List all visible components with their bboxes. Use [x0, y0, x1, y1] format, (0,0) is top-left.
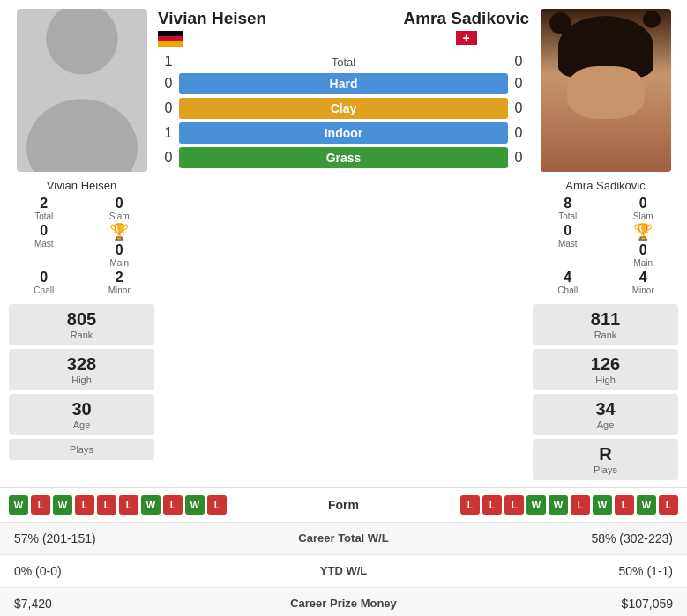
- right-rank-value: 811: [591, 309, 620, 330]
- hard-score-right: 0: [508, 76, 529, 92]
- center-spacer: [158, 304, 529, 480]
- left-high-box: 328 High: [9, 349, 154, 390]
- indoor-score-left: 1: [158, 125, 179, 141]
- right-age-box: 34 Age: [533, 394, 678, 435]
- left-main-cell: 🏆 0 Main: [86, 223, 153, 268]
- left-panels: 805 Rank 328 High 30 Age Plays: [9, 304, 154, 480]
- svg-point-1: [26, 99, 138, 172]
- form-badge-right: W: [593, 495, 612, 515]
- clay-score-right: 0: [508, 100, 529, 116]
- left-minor-cell: 2 Minor: [86, 270, 153, 295]
- form-badge-left: W: [141, 495, 161, 515]
- right-chall-label: Chall: [557, 286, 578, 295]
- right-name-header: Amra Sadikovic: [403, 9, 529, 45]
- form-badge-left: L: [97, 495, 116, 515]
- left-form-badges: WLWLLLWLWL: [9, 495, 227, 515]
- form-badge-left: W: [185, 495, 205, 515]
- stat-row: 57% (201-151) Career Total W/L 58% (302-…: [0, 522, 687, 554]
- comparison-section: Vivian Heisen 2 Total 0 Slam 0 Mast 🏆 0: [0, 0, 687, 304]
- form-section: WLWLLLWLWL Form LLLWWLWLWL: [0, 487, 687, 522]
- right-main-cell: 🏆 0 Main: [610, 223, 677, 268]
- left-slam-value: 0: [116, 196, 123, 212]
- left-player-stats: 2 Total 0 Slam 0 Mast 🏆 0 Main 0: [9, 196, 154, 295]
- form-badge-right: L: [482, 495, 502, 515]
- form-badge-right: L: [504, 495, 524, 515]
- right-minor-value: 4: [639, 270, 647, 286]
- clay-badge: Clay: [179, 98, 508, 119]
- total-label: Total: [179, 56, 508, 69]
- right-mast-cell: 0 Mast: [534, 223, 601, 268]
- left-plays-box: Plays: [9, 439, 154, 460]
- right-form-badges: LLLWWLWLWL: [460, 495, 678, 515]
- right-age-label: Age: [597, 419, 615, 430]
- center-column: Vivian Heisen Amra Sadikovic: [158, 9, 529, 295]
- total-score-right: 0: [508, 54, 529, 70]
- left-age-box: 30 Age: [9, 394, 154, 435]
- right-chall-value: 4: [564, 270, 571, 286]
- stat-center-label: Career Total W/L: [234, 531, 453, 545]
- left-minor-value: 2: [116, 270, 123, 286]
- stat-center-label: YTD W/L: [234, 564, 453, 577]
- left-high-label: High: [71, 375, 92, 385]
- right-player-stats: 8 Total 0 Slam 0 Mast 🏆 0 Main 4: [533, 196, 678, 295]
- left-age-label: Age: [73, 419, 91, 430]
- form-badge-right: W: [637, 495, 656, 515]
- left-rank-value: 805: [67, 309, 96, 330]
- right-trophy-icon: 🏆: [633, 223, 653, 242]
- left-slam-label: Slam: [109, 212, 130, 221]
- left-mast-value: 0: [40, 223, 48, 239]
- stat-right-value: $107,059: [453, 597, 673, 611]
- form-badge-left: L: [207, 495, 227, 515]
- left-player-silhouette: [17, 9, 147, 172]
- right-plays-label: Plays: [594, 464, 617, 475]
- bottom-stats: 57% (201-151) Career Total W/L 58% (302-…: [0, 522, 687, 616]
- stat-left-value: 0% (0-0): [14, 564, 234, 578]
- right-minor-label: Minor: [632, 286, 654, 295]
- left-flag: [158, 31, 266, 47]
- right-name-text: Amra Sadikovic: [403, 9, 529, 28]
- right-mast-value: 0: [564, 223, 571, 239]
- grass-row: 0 Grass 0: [158, 147, 529, 168]
- left-plays-label: Plays: [70, 444, 93, 455]
- left-player-photo: [17, 9, 147, 172]
- right-age-value: 34: [595, 399, 615, 419]
- form-badge-left: W: [9, 495, 28, 515]
- panel-row: 805 Rank 328 High 30 Age Plays 811 Rank: [0, 304, 687, 487]
- left-rank-box: 805 Rank: [9, 304, 154, 345]
- right-rank-label: Rank: [594, 330, 617, 340]
- right-player-name: Amra Sadikovic: [565, 179, 645, 192]
- left-chall-label: Chall: [34, 286, 54, 295]
- left-main-value: 0: [116, 242, 123, 258]
- left-chall-value: 0: [40, 270, 48, 286]
- form-badge-left: L: [119, 495, 138, 515]
- stat-right-value: 50% (1-1): [453, 564, 673, 578]
- right-panels: 811 Rank 126 High 34 Age R Plays: [533, 304, 678, 480]
- grass-badge: Grass: [179, 147, 508, 168]
- svg-point-0: [46, 9, 117, 74]
- right-player-column: Amra Sadikovic 8 Total 0 Slam 0 Mast 🏆 0: [533, 9, 678, 295]
- left-high-value: 328: [67, 354, 96, 375]
- right-main-label: Main: [633, 258, 653, 268]
- left-trophy-icon: 🏆: [109, 223, 129, 242]
- stat-center-label: Career Prize Money: [234, 597, 453, 610]
- right-plays-box: R Plays: [533, 439, 678, 480]
- left-total-cell: 2 Total: [11, 196, 78, 221]
- hard-badge: Hard: [179, 73, 508, 94]
- clay-row: 0 Clay 0: [158, 98, 529, 119]
- right-high-box: 126 High: [533, 349, 678, 390]
- stat-right-value: 58% (302-223): [453, 531, 673, 545]
- indoor-badge: Indoor: [179, 122, 508, 144]
- right-main-value: 0: [639, 242, 647, 258]
- main-container: Vivian Heisen 2 Total 0 Slam 0 Mast 🏆 0: [0, 0, 687, 616]
- left-rank-label: Rank: [71, 330, 93, 340]
- left-total-value: 2: [40, 196, 48, 212]
- form-badge-right: W: [526, 495, 546, 515]
- hard-row: 0 Hard 0: [158, 73, 529, 94]
- stat-left-value: $7,420: [14, 597, 234, 611]
- left-chall-cell: 0 Chall: [11, 270, 78, 295]
- left-mast-cell: 0 Mast: [11, 223, 78, 268]
- hard-score-left: 0: [158, 76, 179, 92]
- left-minor-label: Minor: [108, 286, 131, 295]
- left-slam-cell: 0 Slam: [86, 196, 153, 221]
- form-badge-left: L: [31, 495, 50, 515]
